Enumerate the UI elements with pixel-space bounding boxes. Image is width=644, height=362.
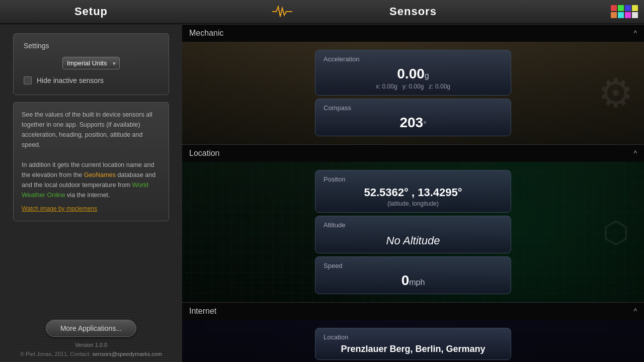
mechanic-section: Mechanic ^ ⚙ Acceleration 0.00g x: 0.00g… [182, 24, 644, 144]
right-header: Sensors [182, 0, 644, 24]
internet-location-card: Location Prenzlauer Berg, Berlin, German… [315, 328, 511, 360]
location-section: Location ^ ⬡ Positon 52.5362° , 13.4295°… [182, 144, 644, 302]
info-text-4: via the internet. [65, 192, 110, 199]
sections-container[interactable]: Mechanic ^ ⚙ Acceleration 0.00g x: 0.00g… [182, 24, 644, 362]
internet-location-value: Prenzlauer Berg, Berlin, Germany [324, 344, 503, 354]
speed-value: 0mph [324, 273, 503, 289]
location-collapse-icon[interactable]: ^ [633, 149, 637, 157]
hide-inactive-checkbox[interactable] [24, 76, 32, 84]
color-cell [611, 12, 617, 18]
speed-card: Speed 0mph [315, 256, 511, 294]
internet-section-inner: Location Prenzlauer Berg, Berlin, German… [182, 320, 644, 362]
mechanic-section-header: Mechanic ^ [182, 24, 644, 42]
acceleration-sub: x: 0.00g y: 0.00g z: 0.00g [324, 83, 503, 90]
settings-box: Settings Imperial Units Metric Units ▼ H… [13, 33, 169, 95]
right-panel: Sensors Mechanic ^ ⚙ Acceleration 0.00g … [182, 0, 644, 362]
compass-label: Compass [324, 104, 503, 112]
internet-collapse-icon[interactable]: ^ [633, 307, 637, 315]
position-card: Positon 52.5362° , 13.4295° (latitude, l… [315, 170, 511, 213]
copyright-text: © Piet Jonas, 2011, Contact: [20, 351, 92, 357]
gear-icon: ⚙ [598, 70, 634, 117]
info-box: See the values of the built in device se… [13, 102, 169, 221]
color-cell [625, 12, 631, 18]
altitude-label: Altitude [324, 221, 503, 229]
color-cell [618, 5, 624, 11]
watch-image-link[interactable]: Watch image by mpclemens [22, 204, 97, 214]
geonames-link[interactable]: GeoNames [84, 171, 116, 178]
internet-section: Internet ^ Location Prenzlauer Berg, Ber… [182, 302, 644, 362]
position-label: Positon [324, 175, 503, 183]
more-apps-button[interactable]: More Applications... [46, 320, 136, 337]
internet-section-title: Internet [189, 307, 216, 316]
location-section-title: Location [189, 149, 220, 158]
hide-inactive-label: Hide inactive sensors [37, 76, 104, 84]
color-grid [611, 5, 638, 18]
left-panel: Setup Settings Imperial Units Metric Uni… [0, 0, 182, 362]
position-sub: (latitude, longitude) [324, 200, 503, 207]
units-select-wrap: Imperial Units Metric Units ▼ [62, 57, 120, 69]
mechanic-collapse-icon[interactable]: ^ [633, 29, 637, 37]
copyright-info: © Piet Jonas, 2011, Contact: sensors@spe… [20, 351, 162, 357]
info-text: See the values of the built in device se… [22, 110, 160, 214]
color-cell [625, 5, 631, 11]
circuit-icon: ⬡ [603, 215, 629, 250]
acceleration-card: Acceleration 0.00g x: 0.00g y: 0.00g z: … [315, 50, 511, 96]
compass-card: Compass 203° [315, 99, 511, 136]
info-text-1: See the values of the built in device se… [22, 111, 152, 148]
pulse-icon [272, 4, 292, 19]
altitude-value: No Altitude [324, 232, 503, 248]
units-select[interactable]: Imperial Units Metric Units [62, 57, 120, 69]
internet-location-label: Location [324, 333, 503, 341]
email-link[interactable]: sensors@speedymarks.com [92, 351, 162, 357]
speed-label: Speed [324, 262, 503, 269]
mechanic-section-title: Mechanic [189, 29, 223, 38]
color-cell [618, 12, 624, 18]
right-panel-title: Sensors [389, 5, 437, 18]
color-cell [632, 12, 638, 18]
acceleration-label: Acceleration [324, 55, 503, 63]
internet-section-header: Internet ^ [182, 302, 644, 320]
compass-value: 203° [324, 115, 503, 131]
location-section-header: Location ^ [182, 144, 644, 162]
color-cell [632, 5, 638, 11]
left-panel-title: Setup [74, 5, 108, 18]
left-header: Setup [0, 0, 182, 24]
settings-label: Settings [24, 42, 158, 50]
position-value: 52.5362° , 13.4295° [324, 186, 503, 199]
mechanic-section-inner: ⚙ Acceleration 0.00g x: 0.00g y: 0.00g z… [182, 42, 644, 144]
hide-inactive-row: Hide inactive sensors [24, 76, 158, 84]
location-section-inner: ⬡ Positon 52.5362° , 13.4295° (latitude,… [182, 162, 644, 302]
units-select-wrapper: Imperial Units Metric Units ▼ [24, 57, 158, 69]
altitude-card: Altitude No Altitude [315, 216, 511, 253]
color-cell [611, 5, 617, 11]
acceleration-value: 0.00g [324, 66, 503, 82]
version-info: Version 1.0.0 [75, 342, 107, 348]
